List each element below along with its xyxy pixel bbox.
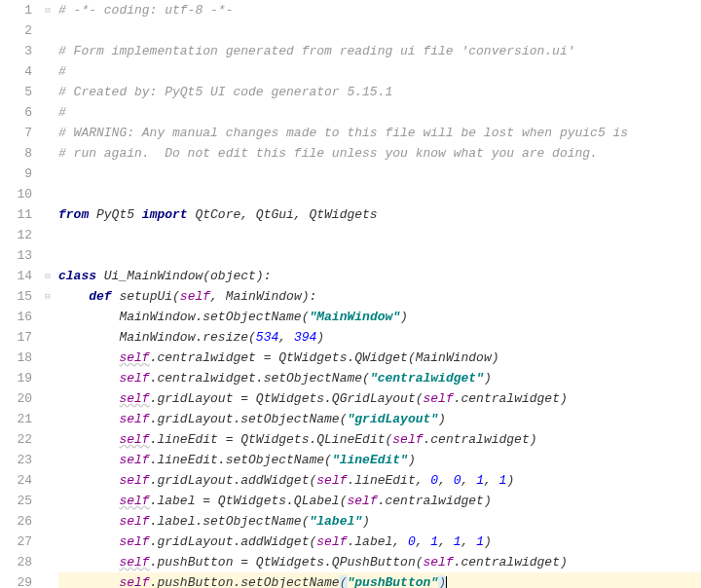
line-number: 13	[0, 245, 32, 266]
fold-spacer	[41, 532, 55, 552]
token-self: self	[424, 391, 454, 406]
token-id: ,	[461, 534, 477, 549]
line-number: 18	[0, 348, 32, 368]
token-cm: # WARNING: Any manual changes made to th…	[58, 126, 628, 140]
token-id: )	[400, 310, 408, 324]
token-id: PyQt5	[96, 207, 142, 222]
line-number: 17	[0, 327, 32, 348]
code-line[interactable]: # -*- coding: utf-8 -*-	[58, 0, 701, 20]
token-self: self	[316, 534, 347, 549]
code-line[interactable]: self.centralwidget.setObjectName("centra…	[58, 368, 701, 388]
token-self: self	[347, 494, 377, 508]
code-line[interactable]: #	[58, 61, 701, 82]
line-number: 7	[0, 123, 32, 143]
token-id: .lineEdit.setObjectName(	[150, 453, 332, 467]
code-line[interactable]: # run again. Do not edit this file unles…	[58, 143, 701, 164]
code-line[interactable]: MainWindow.resize(534, 394)	[58, 327, 701, 348]
code-line[interactable]	[58, 225, 701, 245]
token-id: )	[438, 412, 446, 426]
code-line[interactable]: # Form implementation generated from rea…	[58, 41, 701, 61]
token-br-hl: (	[340, 575, 348, 588]
token-cm: # Form implementation generated from rea…	[58, 44, 575, 58]
token-self: self	[119, 453, 149, 467]
fold-spacer	[41, 491, 55, 511]
code-line[interactable]: MainWindow.setObjectName("MainWindow")	[58, 307, 701, 327]
fold-spacer	[41, 164, 55, 184]
code-line[interactable]	[58, 245, 701, 266]
token-num: 0	[408, 534, 416, 549]
fold-column	[41, 0, 55, 588]
code-line[interactable]: self.gridLayout.setObjectName("gridLayou…	[58, 409, 701, 429]
token-num: 1	[454, 534, 461, 549]
line-number: 21	[0, 409, 32, 429]
code-line[interactable]: self.lineEdit = QtWidgets.QLineEdit(self…	[58, 429, 701, 450]
token-num: 394	[294, 330, 316, 345]
token-str: "lineEdit"	[332, 453, 408, 467]
code-line[interactable]	[58, 164, 701, 184]
token-id: .centralwidget.setObjectName(	[150, 371, 370, 386]
fold-spacer	[41, 511, 55, 532]
token-str: "gridLayout"	[347, 412, 438, 426]
code-line[interactable]: self.gridLayout.addWidget(self.label, 0,…	[58, 532, 701, 552]
fold-toggle-icon[interactable]	[41, 286, 55, 307]
line-number-gutter: 1234567891011121314151617181920212223242…	[0, 0, 41, 588]
token-id: ,	[438, 473, 454, 488]
token-self: self	[119, 412, 149, 426]
line-number: 16	[0, 307, 32, 327]
code-line[interactable]: self.gridLayout.addWidget(self.lineEdit,…	[58, 470, 701, 491]
code-line[interactable]	[58, 20, 701, 41]
code-area[interactable]: # -*- coding: utf-8 -*-# Form implementa…	[55, 0, 701, 588]
line-number: 12	[0, 225, 32, 245]
code-line[interactable]: self.gridLayout = QtWidgets.QGridLayout(…	[58, 388, 701, 409]
line-number: 27	[0, 532, 32, 552]
fold-spacer	[41, 470, 55, 491]
code-line[interactable]: self.pushButton = QtWidgets.QPushButton(…	[58, 552, 701, 572]
token-self: self	[119, 514, 149, 529]
fold-spacer	[41, 61, 55, 82]
code-line[interactable]: # WARNING: Any manual changes made to th…	[58, 123, 701, 143]
token-num: 1	[476, 534, 484, 549]
token-id: .label,	[348, 534, 408, 549]
code-line[interactable]: class Ui_MainWindow(object):	[58, 266, 701, 286]
token-id: .label.setObjectName(	[150, 514, 310, 529]
token-id: .pushButton.setObjectName	[150, 575, 340, 588]
token-cm: # run again. Do not edit this file unles…	[58, 146, 598, 161]
token-kw: from	[58, 207, 96, 222]
code-line[interactable]: self.lineEdit.setObjectName("lineEdit")	[58, 450, 701, 470]
code-line[interactable]: #	[58, 102, 701, 123]
token-str: "MainWindow"	[309, 310, 400, 324]
token-self: self	[424, 555, 454, 570]
code-line[interactable]: self.pushButton.setObjectName("pushButto…	[58, 572, 701, 588]
code-line[interactable]: self.label.setObjectName("label")	[58, 511, 701, 532]
code-line[interactable]	[58, 184, 701, 204]
token-id: , MainWindow):	[210, 289, 316, 304]
token-id: .centralwidget)	[424, 432, 537, 447]
code-line[interactable]: self.label = QtWidgets.QLabel(self.centr…	[58, 491, 701, 511]
code-line[interactable]: self.centralwidget = QtWidgets.QWidget(M…	[58, 348, 701, 368]
token-num: 1	[476, 473, 484, 488]
line-number: 2	[0, 20, 32, 41]
line-number: 11	[0, 204, 32, 225]
fold-toggle-icon[interactable]	[41, 0, 55, 20]
token-id: Ui_MainWindow(	[104, 269, 210, 283]
token-id: .lineEdit,	[348, 473, 431, 488]
code-line[interactable]: from PyQt5 import QtCore, QtGui, QtWidge…	[58, 204, 701, 225]
line-number: 15	[0, 286, 32, 307]
line-number: 20	[0, 388, 32, 409]
code-line[interactable]: # Created by: PyQt5 UI code generator 5.…	[58, 82, 701, 102]
line-number: 10	[0, 184, 32, 204]
token-id: .lineEdit = QtWidgets.QLineEdit(	[150, 432, 393, 447]
fold-spacer	[41, 572, 55, 588]
code-line[interactable]: def setupUi(self, MainWindow):	[58, 286, 701, 307]
token-cm: #	[58, 105, 66, 120]
token-id: .gridLayout.setObjectName(	[150, 412, 348, 426]
fold-toggle-icon[interactable]	[41, 266, 55, 286]
token-cm: # -*- coding: utf-8 -*-	[58, 3, 233, 18]
fold-spacer	[41, 143, 55, 164]
code-editor[interactable]: 1234567891011121314151617181920212223242…	[0, 0, 701, 588]
token-kw: import	[142, 207, 196, 222]
token-num: 0	[454, 473, 461, 488]
token-self: self	[119, 534, 149, 549]
fold-spacer	[41, 20, 55, 41]
token-str: "centralwidget"	[370, 371, 484, 386]
